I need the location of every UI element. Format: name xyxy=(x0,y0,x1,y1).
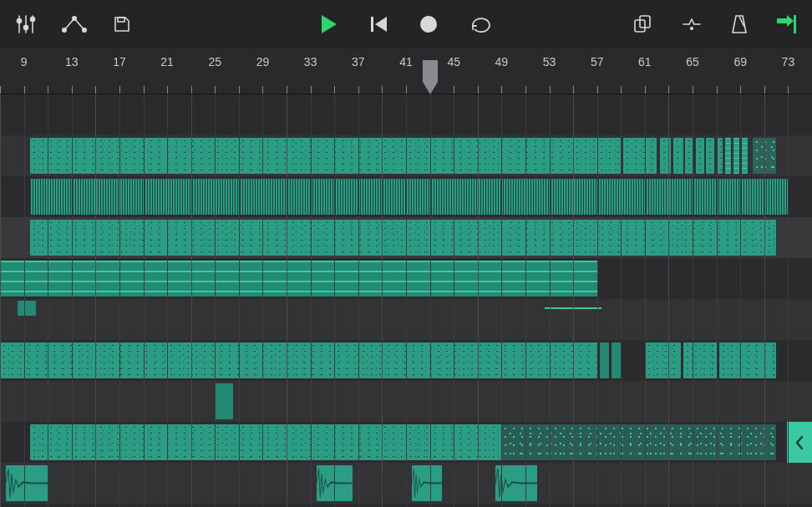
midi-clip[interactable] xyxy=(719,342,777,378)
play-button[interactable] xyxy=(318,13,338,35)
midi-clip[interactable] xyxy=(623,138,657,174)
svg-point-1 xyxy=(18,19,22,23)
ruler-bar-label: 57 xyxy=(591,55,604,68)
copy-icon xyxy=(632,13,653,35)
ruler-bar-label: 73 xyxy=(782,55,795,68)
svg-point-8 xyxy=(83,28,86,32)
automation-icon xyxy=(62,13,87,35)
midi-clip[interactable] xyxy=(119,179,215,215)
ruler-bar-label: 33 xyxy=(304,55,317,68)
ruler-bar-label: 61 xyxy=(638,55,652,68)
track-row[interactable] xyxy=(0,340,812,381)
copy-button[interactable] xyxy=(632,13,653,35)
track-row[interactable] xyxy=(0,299,812,340)
arrow-end-icon xyxy=(775,15,797,33)
midi-clip[interactable] xyxy=(0,342,597,378)
svg-rect-10 xyxy=(371,17,373,32)
track-row[interactable] xyxy=(0,422,812,463)
midi-clip[interactable] xyxy=(30,220,776,256)
ruler-bar-label: 41 xyxy=(399,55,413,68)
tracks-area[interactable] xyxy=(0,94,812,507)
midi-clip[interactable] xyxy=(660,138,671,174)
track-row[interactable] xyxy=(0,381,812,422)
timeline-ruler[interactable]: 913172125293337414549535761656973 xyxy=(0,48,812,94)
metronome-button[interactable] xyxy=(730,13,749,35)
track-row[interactable] xyxy=(0,94,812,135)
track-row[interactable] xyxy=(0,135,812,176)
track-row[interactable] xyxy=(0,176,812,217)
midi-clip[interactable] xyxy=(18,301,35,316)
track-row[interactable] xyxy=(0,463,812,504)
midi-clip[interactable] xyxy=(501,424,776,460)
save-button[interactable] xyxy=(112,14,132,34)
ruler-bar-label: 13 xyxy=(65,55,79,68)
mixer-button[interactable] xyxy=(15,13,37,35)
midi-clip[interactable] xyxy=(30,424,502,460)
midi-clip[interactable] xyxy=(753,138,777,174)
go-to-end-button[interactable] xyxy=(775,15,797,33)
chevron-left-icon xyxy=(794,435,804,450)
ruler-bar-label: 17 xyxy=(113,55,126,68)
metronome-icon xyxy=(730,13,749,35)
toolbar xyxy=(0,0,812,48)
midi-clip[interactable] xyxy=(645,342,681,378)
ruler-bar-label: 65 xyxy=(686,55,699,68)
daw-app: 913172125293337414549535761656973 xyxy=(0,0,812,507)
record-icon xyxy=(419,14,439,34)
midi-clip[interactable] xyxy=(30,179,119,215)
midi-clip[interactable] xyxy=(725,138,731,174)
midi-clip[interactable] xyxy=(600,342,609,378)
ruler-bar-label: 29 xyxy=(256,55,270,68)
ruler-bar-label: 69 xyxy=(733,55,747,68)
midi-clip[interactable] xyxy=(215,383,232,419)
track-row[interactable] xyxy=(0,504,812,507)
midi-clip[interactable] xyxy=(215,179,406,215)
ruler-bar-label: 45 xyxy=(447,55,460,68)
ruler-bar-label: 21 xyxy=(160,55,174,68)
svg-point-3 xyxy=(24,26,28,30)
svg-rect-16 xyxy=(794,15,796,33)
collapse-track-button[interactable] xyxy=(787,422,812,463)
midi-clip[interactable] xyxy=(30,138,597,174)
svg-point-14 xyxy=(691,28,693,30)
snap-icon xyxy=(680,14,703,34)
save-icon xyxy=(112,14,132,34)
midi-clip[interactable] xyxy=(706,138,714,174)
track-row[interactable] xyxy=(0,258,812,299)
midi-clip[interactable] xyxy=(683,342,717,378)
record-button[interactable] xyxy=(419,14,439,34)
midi-clip[interactable] xyxy=(742,138,748,174)
loop-icon xyxy=(469,14,494,34)
midi-clip[interactable] xyxy=(612,342,621,378)
ruler-bar-label: 53 xyxy=(543,55,556,68)
audio-clip[interactable] xyxy=(317,465,353,501)
svg-rect-9 xyxy=(118,18,124,22)
rewind-button[interactable] xyxy=(368,14,388,34)
play-icon xyxy=(318,13,338,35)
audio-clip[interactable] xyxy=(6,465,48,501)
midi-clip[interactable] xyxy=(478,179,789,215)
midi-clip[interactable] xyxy=(537,301,609,316)
svg-point-6 xyxy=(63,28,66,32)
midi-clip[interactable] xyxy=(696,138,704,174)
loop-button[interactable] xyxy=(469,14,494,34)
audio-clip[interactable] xyxy=(495,465,537,501)
svg-point-11 xyxy=(420,16,437,33)
svg-point-5 xyxy=(31,18,35,22)
snap-button[interactable] xyxy=(680,14,703,34)
rewind-icon xyxy=(368,14,388,34)
midi-clip[interactable] xyxy=(717,138,723,174)
midi-clip[interactable] xyxy=(0,261,597,297)
midi-clip[interactable] xyxy=(406,179,478,215)
midi-clip[interactable] xyxy=(685,138,693,174)
ruler-bar-label: 9 xyxy=(21,55,28,68)
automation-button[interactable] xyxy=(62,13,87,35)
audio-clip[interactable] xyxy=(412,465,442,501)
track-row[interactable] xyxy=(0,217,812,258)
midi-clip[interactable] xyxy=(673,138,683,174)
sliders-icon xyxy=(15,13,37,35)
ruler-bar-label: 49 xyxy=(495,55,509,68)
midi-clip[interactable] xyxy=(597,138,622,174)
midi-clip[interactable] xyxy=(733,138,739,174)
ruler-bar-label: 25 xyxy=(208,55,221,68)
